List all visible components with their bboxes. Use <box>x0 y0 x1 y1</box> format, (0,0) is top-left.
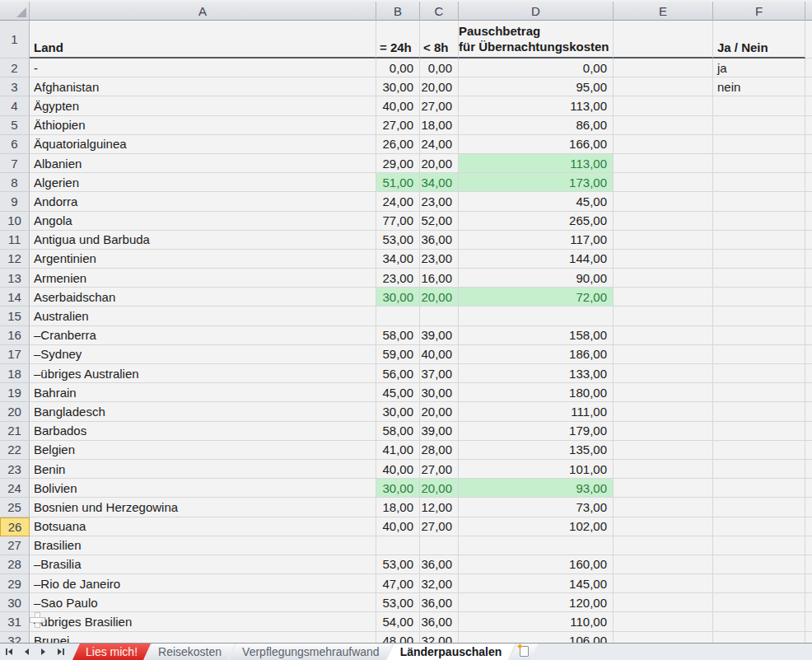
row-header-10[interactable]: 10 <box>0 212 30 231</box>
cell-b22[interactable]: 41,00 <box>376 441 420 460</box>
cell-c5[interactable]: 18,00 <box>420 116 459 135</box>
cell-d32[interactable]: 106,00 <box>459 632 614 643</box>
cell-f17[interactable] <box>713 345 805 364</box>
cell-d29[interactable]: 145,00 <box>459 574 614 593</box>
cell-b27[interactable] <box>376 536 420 555</box>
cell-b25[interactable]: 18,00 <box>376 498 420 517</box>
cell-f6[interactable] <box>713 135 805 154</box>
cell-c21[interactable]: 39,00 <box>420 422 459 441</box>
row-header-3[interactable]: 3 <box>0 77 30 96</box>
cell-f20[interactable] <box>713 402 805 421</box>
cell-d28[interactable]: 160,00 <box>459 555 614 574</box>
cell-b9[interactable]: 24,00 <box>376 192 420 211</box>
cell-a24[interactable]: Bolivien <box>30 479 376 498</box>
row-header-1[interactable]: 1 <box>0 21 30 59</box>
cell-c29[interactable]: 32,00 <box>420 574 459 593</box>
cell-d6[interactable]: 166,00 <box>459 135 614 154</box>
cell-a11[interactable]: Antigua und Barbuda <box>30 231 376 250</box>
row-header-4[interactable]: 4 <box>0 96 30 115</box>
cell-f5[interactable] <box>713 116 805 135</box>
cell-f10[interactable] <box>713 212 805 231</box>
row-header-30[interactable]: 30 <box>0 593 30 612</box>
cell-e29[interactable] <box>614 574 713 593</box>
cell-f15[interactable] <box>713 307 805 325</box>
cell-d9[interactable]: 45,00 <box>459 192 614 211</box>
cell-f12[interactable] <box>713 250 805 269</box>
cell-f8[interactable] <box>713 173 805 192</box>
cell-b3[interactable]: 30,00 <box>376 77 420 96</box>
cell-c8[interactable]: 34,00 <box>420 173 459 192</box>
cell-a3[interactable]: Afghanistan <box>30 77 376 96</box>
cell-b7[interactable]: 29,00 <box>376 154 420 173</box>
cell-e27[interactable] <box>614 536 713 555</box>
cell-b26[interactable]: 40,00 <box>376 517 420 536</box>
row-header-14[interactable]: 14 <box>0 288 30 307</box>
cell-b4[interactable]: 40,00 <box>376 96 420 115</box>
cell-e11[interactable] <box>614 231 713 250</box>
cell-a26[interactable]: Botsuana <box>30 517 376 536</box>
cell-b18[interactable]: 56,00 <box>376 364 420 383</box>
cell-a25[interactable]: Bosnien und Herzegowina <box>30 498 376 517</box>
cell-a30[interactable]: –Sao Paulo <box>30 593 376 612</box>
cell-f7[interactable] <box>713 154 805 173</box>
cell-b29[interactable]: 47,00 <box>376 574 420 593</box>
cell-b2[interactable]: 0,00 <box>376 59 420 77</box>
cell-c6[interactable]: 24,00 <box>420 135 459 154</box>
cell-e2[interactable] <box>614 59 713 77</box>
cell-e4[interactable] <box>614 96 713 115</box>
cell-a31[interactable]: –übriges Brasilien <box>30 612 376 631</box>
cell-e22[interactable] <box>614 441 713 460</box>
cell-a17[interactable]: –Sydney <box>30 345 376 364</box>
cell-f32[interactable] <box>713 632 805 643</box>
cell-a20[interactable]: Bangladesch <box>30 402 376 421</box>
row-header-6[interactable]: 6 <box>0 135 30 154</box>
cell-a23[interactable]: Benin <box>30 460 376 479</box>
cell-f16[interactable] <box>713 326 805 345</box>
cell-f31[interactable] <box>713 612 805 631</box>
cell-c23[interactable]: 27,00 <box>420 460 459 479</box>
cell-b8[interactable]: 51,00 <box>376 173 420 192</box>
row-header-21[interactable]: 21 <box>0 422 30 441</box>
cell-f28[interactable] <box>713 555 805 574</box>
cell-c11[interactable]: 36,00 <box>420 231 459 250</box>
cell-a6[interactable]: Äquatorialguinea <box>30 135 376 154</box>
cell-e6[interactable] <box>614 135 713 154</box>
cell-c27[interactable] <box>420 536 459 555</box>
cell-d13[interactable]: 90,00 <box>459 269 614 288</box>
column-header-g-sliver[interactable] <box>805 2 812 21</box>
cell-e5[interactable] <box>614 116 713 135</box>
cell-a28[interactable]: –Brasilia <box>30 555 376 574</box>
cell-a29[interactable]: –Rio de Janeiro <box>30 574 376 593</box>
cell-e26[interactable] <box>614 517 713 536</box>
cell-f3[interactable]: nein <box>713 77 805 96</box>
cell-b17[interactable]: 59,00 <box>376 345 420 364</box>
cell-b16[interactable]: 58,00 <box>376 326 420 345</box>
cell-c20[interactable]: 20,00 <box>420 402 459 421</box>
row-header-27[interactable]: 27 <box>0 536 30 555</box>
cell-f21[interactable] <box>713 422 805 441</box>
cell-b19[interactable]: 45,00 <box>376 383 420 402</box>
row-header-11[interactable]: 11 <box>0 231 30 250</box>
cell-a14[interactable]: Aserbaidschan <box>30 288 376 307</box>
cell-f26[interactable] <box>713 517 805 536</box>
row-header-24[interactable]: 24 <box>0 479 30 498</box>
cell-c14[interactable]: 20,00 <box>420 288 459 307</box>
cell-d19[interactable]: 180,00 <box>459 383 614 402</box>
cell-b13[interactable]: 23,00 <box>376 269 420 288</box>
cell-d4[interactable]: 113,00 <box>459 96 614 115</box>
cell-c32[interactable]: 32,00 <box>420 632 459 643</box>
cell-d3[interactable]: 95,00 <box>459 77 614 96</box>
cell-c22[interactable]: 28,00 <box>420 441 459 460</box>
cell-c24[interactable]: 20,00 <box>420 479 459 498</box>
cell-c3[interactable]: 20,00 <box>420 77 459 96</box>
cell-f22[interactable] <box>713 441 805 460</box>
cell-e24[interactable] <box>614 479 713 498</box>
cell-c12[interactable]: 23,00 <box>420 250 459 269</box>
column-header-b[interactable]: B <box>376 2 420 21</box>
cell-c17[interactable]: 40,00 <box>420 345 459 364</box>
cell-a18[interactable]: –übriges Australien <box>30 364 376 383</box>
cell-e28[interactable] <box>614 555 713 574</box>
cell-a15[interactable]: Australien <box>30 307 376 325</box>
cell-c4[interactable]: 27,00 <box>420 96 459 115</box>
row-header-22[interactable]: 22 <box>0 441 30 460</box>
